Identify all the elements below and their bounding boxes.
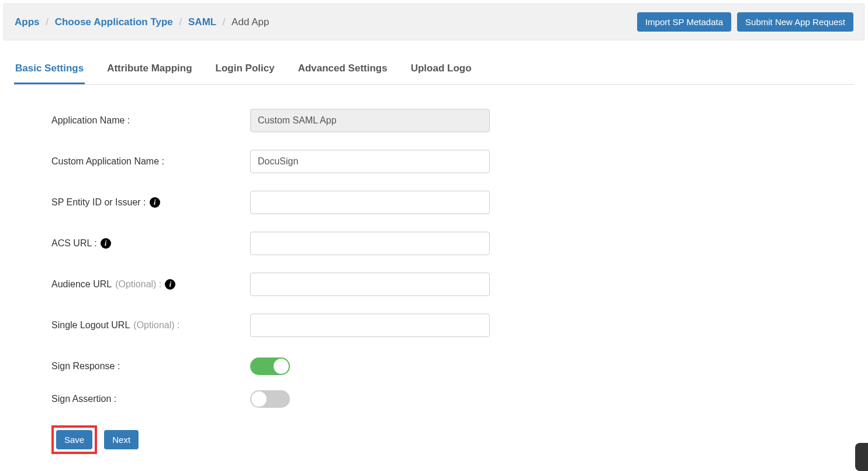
acs-url-label-text: ACS URL : — [51, 238, 97, 249]
row-single-logout-url: Single Logout URL (Optional) : — [51, 313, 540, 338]
sign-response-toggle[interactable] — [250, 357, 290, 375]
breadcrumb-link-saml[interactable]: SAML — [188, 16, 216, 27]
acs-url-input[interactable] — [250, 232, 490, 255]
tab-upload-logo[interactable]: Upload Logo — [410, 52, 473, 84]
help-widget[interactable] — [855, 443, 868, 471]
row-custom-application-name: Custom Application Name : — [51, 149, 540, 174]
row-sign-response: Sign Response : — [51, 354, 540, 379]
tab-login-policy[interactable]: Login Policy — [215, 52, 276, 84]
sign-assertion-label: Sign Assertion : — [51, 394, 250, 404]
audience-url-label-text: Audience URL — [51, 279, 112, 290]
save-highlight-box: Save — [51, 425, 97, 454]
single-logout-url-input[interactable] — [250, 314, 490, 337]
breadcrumb-separator: / — [179, 16, 182, 27]
custom-application-name-label: Custom Application Name : — [51, 156, 250, 167]
sp-entity-id-input[interactable] — [250, 191, 490, 214]
row-sp-entity-id: SP Entity ID or Issuer : i — [51, 190, 540, 215]
tab-basic-settings[interactable]: Basic Settings — [14, 52, 85, 84]
next-button[interactable]: Next — [104, 430, 139, 449]
acs-url-label: ACS URL : i — [51, 238, 250, 249]
tab-advanced-settings[interactable]: Advanced Settings — [297, 52, 389, 84]
audience-url-input[interactable] — [250, 273, 490, 296]
save-button[interactable]: Save — [56, 430, 92, 449]
row-sign-assertion: Sign Assertion : — [51, 387, 540, 411]
info-icon[interactable]: i — [165, 279, 175, 290]
row-audience-url: Audience URL (Optional) : i — [51, 272, 540, 297]
sign-response-label: Sign Response : — [51, 361, 250, 372]
optional-text: (Optional) : — [133, 320, 179, 331]
sp-entity-id-label: SP Entity ID or Issuer : i — [51, 197, 250, 208]
form-actions: Save Next — [51, 425, 854, 454]
breadcrumb-link-apps[interactable]: Apps — [15, 16, 40, 27]
breadcrumb-separator: / — [223, 16, 226, 27]
breadcrumb: Apps / Choose Application Type / SAML / … — [15, 16, 269, 28]
info-icon[interactable]: i — [150, 197, 160, 208]
breadcrumb-link-choose-app-type[interactable]: Choose Application Type — [55, 16, 173, 27]
toggle-knob — [274, 359, 289, 374]
sign-assertion-toggle[interactable] — [250, 390, 290, 408]
application-name-label: Application Name : — [51, 115, 250, 126]
single-logout-url-label: Single Logout URL (Optional) : — [51, 320, 250, 331]
single-logout-url-label-text: Single Logout URL — [51, 320, 130, 331]
optional-text: (Optional) : — [115, 279, 161, 290]
row-application-name: Application Name : — [51, 108, 540, 133]
application-name-input — [250, 109, 490, 132]
import-sp-metadata-button[interactable]: Import SP Metadata — [637, 12, 731, 32]
basic-settings-form: Application Name : Custom Application Na… — [14, 108, 540, 411]
breadcrumb-separator: / — [46, 16, 49, 27]
top-actions: Import SP Metadata Submit New App Reques… — [637, 12, 853, 32]
top-bar: Apps / Choose Application Type / SAML / … — [4, 4, 864, 40]
submit-new-app-request-button[interactable]: Submit New App Request — [737, 12, 853, 32]
info-icon[interactable]: i — [101, 238, 111, 249]
custom-application-name-input[interactable] — [250, 150, 490, 173]
tab-attribute-mapping[interactable]: Attribute Mapping — [106, 52, 193, 84]
tabs: Basic Settings Attribute Mapping Login P… — [14, 52, 854, 85]
breadcrumb-current: Add App — [231, 16, 269, 27]
content-panel: Basic Settings Attribute Mapping Login P… — [4, 40, 864, 471]
audience-url-label: Audience URL (Optional) : i — [51, 279, 250, 290]
sp-entity-id-label-text: SP Entity ID or Issuer : — [51, 197, 146, 208]
toggle-knob — [251, 391, 267, 407]
row-acs-url: ACS URL : i — [51, 231, 540, 256]
